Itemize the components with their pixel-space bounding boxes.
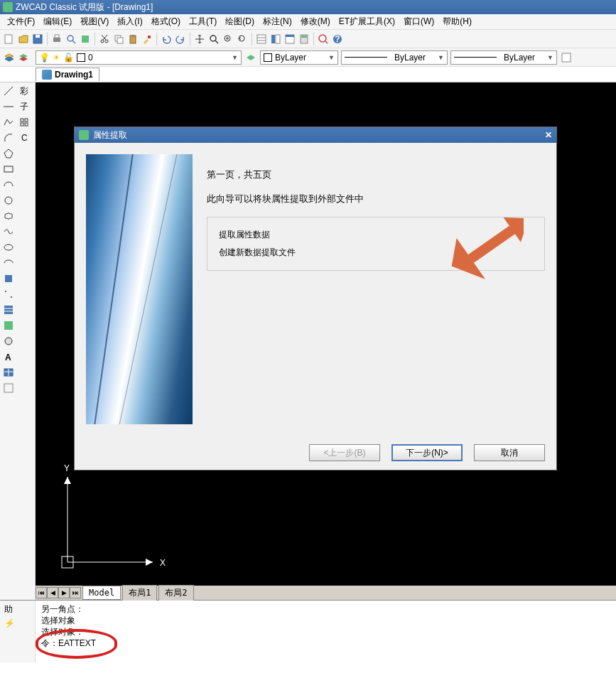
linetype-dropdown[interactable]: ByLayer ▼	[341, 50, 448, 65]
script-tool-icon[interactable]: 彩	[17, 84, 31, 98]
layer-prev-icon[interactable]	[244, 51, 257, 64]
svg-marker-64	[146, 559, 153, 566]
next-button[interactable]: 下一步(N)>	[391, 444, 463, 461]
undo-icon[interactable]	[160, 33, 173, 45]
ellipse-tool-icon[interactable]	[1, 240, 16, 254]
menu-file[interactable]: 文件(F)	[3, 14, 39, 29]
arc-tool-icon[interactable]	[1, 131, 16, 145]
tab-layout1[interactable]: 布局1	[122, 585, 157, 601]
pan-icon[interactable]	[193, 33, 206, 45]
arc2-tool-icon[interactable]	[1, 178, 16, 192]
command-tools: 助 ⚡	[0, 601, 36, 662]
revcloud-tool-icon[interactable]	[1, 209, 16, 223]
close-icon[interactable]: ✕	[545, 130, 552, 140]
tab-layout2[interactable]: 布局2	[158, 585, 193, 601]
menu-draw[interactable]: 绘图(D)	[221, 14, 259, 29]
menu-help[interactable]: 帮助(H)	[438, 14, 476, 29]
copy-icon[interactable]	[112, 33, 125, 45]
line-preview	[454, 57, 497, 58]
cmd-tool2-icon[interactable]: ⚡	[1, 616, 16, 630]
doc-tab-label: Drawing1	[55, 70, 93, 80]
publish-icon[interactable]	[79, 33, 92, 45]
svg-rect-4	[55, 35, 59, 38]
option-extract[interactable]: 提取属性数据	[219, 226, 533, 244]
tool-palette-icon[interactable]	[283, 33, 296, 45]
spline-tool-icon[interactable]	[1, 225, 16, 239]
menu-format[interactable]: 格式(O)	[147, 14, 185, 29]
redo-icon[interactable]	[174, 33, 187, 45]
command-text[interactable]: 另一角点： 选择对象 选择对象： 令：EATTEXT	[36, 601, 616, 662]
ellipse-arc-tool-icon[interactable]	[1, 256, 16, 270]
menu-modify[interactable]: 修改(M)	[296, 14, 335, 29]
tab-prev-button[interactable]: ◀	[47, 587, 58, 598]
app-icon	[3, 2, 13, 12]
dialog-image	[86, 154, 193, 424]
preview-icon[interactable]	[65, 33, 77, 45]
plot-style-icon[interactable]	[560, 51, 573, 64]
menu-window[interactable]: 窗口(W)	[399, 14, 438, 29]
gradient-tool-icon[interactable]	[1, 318, 16, 333]
cmd-line-4: 选择对象：	[41, 626, 610, 637]
menu-view[interactable]: 视图(V)	[76, 14, 113, 29]
line-tool-icon[interactable]	[1, 84, 16, 98]
c-tool-icon[interactable]: C	[17, 131, 31, 145]
svg-point-48	[5, 197, 12, 204]
pline-tool-icon[interactable]	[1, 115, 16, 129]
circle-tool-icon[interactable]	[1, 193, 16, 208]
grid-tool-icon[interactable]	[17, 115, 31, 129]
paste-icon[interactable]	[126, 33, 139, 45]
zoom-icon[interactable]	[317, 33, 330, 45]
tab-first-button[interactable]: ⏮	[36, 587, 47, 598]
color-swatch	[77, 53, 85, 62]
tab-last-button[interactable]: ⏭	[70, 587, 81, 598]
color-dropdown[interactable]: ByLayer ▼	[260, 50, 338, 65]
ucs-y-label: Y	[64, 463, 70, 473]
tab-model[interactable]: Model	[82, 586, 121, 600]
zoom-window-icon[interactable]	[222, 33, 234, 45]
menu-ettools[interactable]: ET扩展工具(X)	[335, 14, 399, 29]
match-prop-icon[interactable]	[141, 33, 153, 45]
zoom-realtime-icon[interactable]	[207, 33, 220, 45]
option-create-new[interactable]: 创建新数据提取文件	[219, 244, 533, 262]
layer-toolbar: 💡 ☀ 🔓 0 ▼ ByLayer ▼ ByLayer ▼ ByLayer ▼	[0, 48, 616, 67]
new-icon[interactable]	[3, 33, 16, 45]
text-tool-icon[interactable]: A	[1, 350, 16, 364]
design-center-icon[interactable]	[269, 33, 282, 45]
svg-point-5	[67, 36, 73, 41]
save-icon[interactable]	[31, 33, 44, 45]
table-tool-icon[interactable]	[1, 365, 16, 380]
menu-insert[interactable]: 插入(I)	[113, 14, 146, 29]
region-tool-icon[interactable]	[1, 334, 16, 348]
menu-edit[interactable]: 编辑(E)	[39, 14, 76, 29]
svg-point-8	[101, 40, 104, 43]
svg-text:?: ?	[335, 34, 340, 44]
menu-dimension[interactable]: 标注(N)	[259, 14, 296, 29]
attribute-extract-dialog: 属性提取 ✕ 第一页，共五页 此向导可以将块属性提取到外部文件中 提取属性数据 …	[74, 127, 557, 470]
dialog-title-bar[interactable]: 属性提取 ✕	[75, 127, 556, 143]
xline-tool-icon[interactable]	[1, 99, 16, 114]
cmd-tool-icon[interactable]: 助	[1, 602, 16, 616]
layer-states-icon[interactable]	[17, 51, 30, 64]
zoom-prev-icon[interactable]	[236, 33, 249, 45]
svg-rect-47	[4, 166, 13, 172]
help-icon[interactable]: ?	[331, 33, 344, 45]
properties-icon[interactable]	[255, 33, 268, 45]
calc-icon[interactable]	[298, 33, 310, 45]
hatch-tool-icon[interactable]	[1, 303, 16, 317]
rect-tool-icon[interactable]	[1, 162, 16, 176]
open-icon[interactable]	[17, 33, 30, 45]
layer-manager-icon[interactable]	[3, 51, 16, 64]
layer-dropdown[interactable]: 💡 ☀ 🔓 0 ▼	[36, 50, 242, 65]
cut-icon[interactable]	[98, 33, 111, 45]
block-tool-icon[interactable]	[1, 271, 16, 286]
point-tool-icon[interactable]	[1, 287, 16, 301]
document-tab[interactable]: Drawing1	[36, 68, 99, 81]
polygon-tool-icon[interactable]	[1, 146, 16, 161]
print-icon[interactable]	[50, 33, 63, 45]
char-tool-icon[interactable]: 子	[17, 99, 31, 114]
tab-next-button[interactable]: ▶	[58, 587, 70, 598]
lineweight-dropdown[interactable]: ByLayer ▼	[450, 50, 557, 65]
cancel-button[interactable]: 取消	[474, 444, 545, 461]
menu-tools[interactable]: 工具(T)	[185, 14, 221, 29]
more-tool-icon[interactable]	[1, 381, 16, 395]
